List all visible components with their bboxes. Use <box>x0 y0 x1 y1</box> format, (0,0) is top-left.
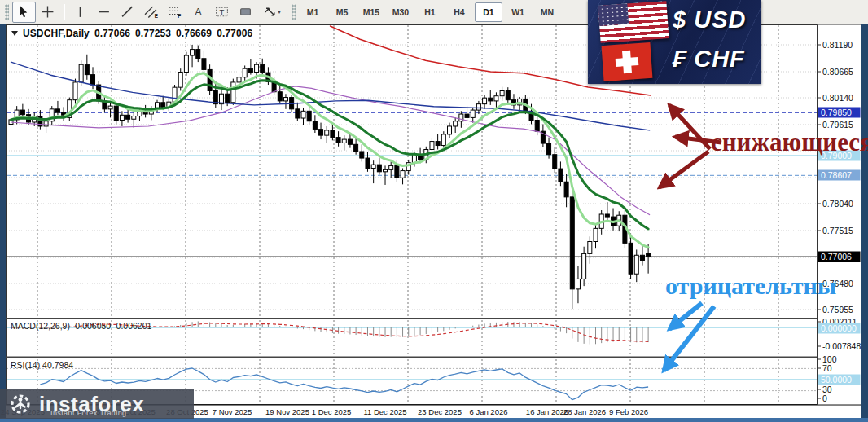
date-label: 19 Nov 2025 <box>265 407 309 416</box>
axis-label: -0.007848 <box>822 341 861 351</box>
text-label-tool-button[interactable]: T <box>210 2 234 23</box>
rsi-indicator-label: RSI(14) 40.7984 <box>11 360 73 370</box>
timeframe-m5-button[interactable]: M5 <box>328 2 356 22</box>
instaforex-gear-icon <box>7 391 34 417</box>
toolbar-grip2[interactable] <box>292 4 296 20</box>
fibonacci-tool-button[interactable]: F <box>163 2 186 23</box>
timeframe-w1-button[interactable]: W1 <box>504 2 532 22</box>
mt4-window: 0.811900.806650.801400.798500.796150.790… <box>0 0 868 422</box>
trend-icon <box>121 5 134 19</box>
rsi-name: RSI(14) <box>11 360 40 370</box>
chf-label: ₣ CHF <box>673 46 745 73</box>
svg-text:T: T <box>220 7 225 16</box>
arrows-icon <box>263 5 277 19</box>
cursor-icon <box>17 5 31 19</box>
date-label: 9 Feb 2026 <box>609 407 648 416</box>
vline-icon <box>73 5 87 19</box>
macd-indicator-label: MACD(12,26,9) -0.006050 -0.006201 <box>11 321 151 331</box>
us-flag-icon <box>598 1 669 43</box>
axis-label: 0.000000 <box>821 323 857 333</box>
macd-name: MACD(12,26,9) <box>11 321 70 331</box>
timeframe-group: M1M5M15M30H1H4D1W1MN <box>299 2 561 22</box>
vertical-line-tool-button[interactable] <box>68 2 92 23</box>
macd-value: -0.006050 <box>72 321 111 331</box>
timeframe-m1-button[interactable]: M1 <box>299 2 327 22</box>
usd-label: $ USD <box>673 7 746 33</box>
date-label: 1 Dec 2025 <box>312 407 352 416</box>
trendline-tool-button[interactable] <box>116 2 139 23</box>
svg-text:E: E <box>155 13 158 19</box>
axis-label: 50.0000 <box>821 375 852 385</box>
channel-icon: E <box>144 5 158 19</box>
dropdown-caret-icon[interactable]: ▾ <box>278 8 281 15</box>
swiss-flag-icon <box>602 42 653 81</box>
collapse-triangle-icon[interactable] <box>11 31 18 36</box>
price-axis[interactable]: 0.811900.806650.801400.798500.796150.790… <box>818 25 862 406</box>
axis-label: 0.81190 <box>822 40 853 50</box>
macd-signal-value: -0.006201 <box>113 321 151 331</box>
cursor-tool-button[interactable] <box>12 2 36 23</box>
fibo-icon: F <box>168 5 182 19</box>
axis-label: 0.80665 <box>822 67 853 77</box>
axis-label: 0.77006 <box>821 252 852 262</box>
toolbar-separator <box>64 4 64 20</box>
annotation-negative-text: отрицательтны <box>665 272 836 300</box>
annotation-declining-text: снижающиеся <box>711 128 868 157</box>
symbol-label: USDCHF,Daily <box>23 28 90 39</box>
rsi-value: 40.7984 <box>42 360 73 370</box>
axis-label: 0 <box>822 393 827 403</box>
date-label: 28 Jan 2026 <box>563 407 606 416</box>
text-tool-button[interactable]: A <box>186 2 210 23</box>
axis-label: 0.77515 <box>822 226 853 235</box>
usdchf-flag-overlay: $ USD ₣ CHF <box>588 0 761 84</box>
crosshair-tool-button[interactable] <box>36 2 59 23</box>
drawing-tools-group: EFAT▾ <box>12 2 287 23</box>
shapes-icon <box>239 5 252 19</box>
ohlc-low: 0.76669 <box>176 28 212 39</box>
timeframe-m30-button[interactable]: M30 <box>387 2 414 22</box>
instaforex-watermark: instaforex Instant Forex Trading <box>0 389 194 419</box>
date-label: 23 Dec 2025 <box>418 407 462 416</box>
date-label: 6 Jan 2026 <box>469 407 507 416</box>
textA-icon: A <box>191 5 205 19</box>
label-icon: T <box>215 5 229 19</box>
watermark-tagline: Instant Forex Trading <box>50 409 126 417</box>
axis-label: 0.78040 <box>822 199 853 209</box>
timeframe-h1-button[interactable]: H1 <box>416 2 444 22</box>
timeframe-d1-button[interactable]: D1 <box>475 2 502 22</box>
timeframe-m15-button[interactable]: M15 <box>357 2 385 22</box>
chart-title: USDCHF,Daily 0.77066 0.77253 0.76669 0.7… <box>11 28 252 39</box>
equidistant-channel-tool-button[interactable]: E <box>139 2 163 23</box>
toolbar-grip[interactable] <box>5 4 9 20</box>
ohlc-high: 0.77253 <box>135 28 171 39</box>
date-label: 11 Dec 2025 <box>363 407 406 416</box>
shapes-tool-button[interactable] <box>234 2 257 23</box>
hline-icon <box>97 5 111 19</box>
horizontal-line-tool-button[interactable] <box>92 2 116 23</box>
date-label: 16 Jan 2026 <box>526 407 568 416</box>
axis-label: 0.75955 <box>822 305 853 314</box>
axis-label: 70 <box>822 363 832 373</box>
ohlc-close: 0.77006 <box>217 28 252 39</box>
date-label: 7 Nov 2025 <box>213 407 252 416</box>
svg-text:A: A <box>195 6 202 18</box>
crosshair-icon <box>41 5 55 19</box>
axis-label: 0.79850 <box>821 108 852 117</box>
timeframe-mn-button[interactable]: MN <box>533 2 561 22</box>
axis-label: 0.78607 <box>821 170 852 180</box>
arrows-tool-button[interactable]: ▾ <box>257 2 287 23</box>
axis-label: 0.80140 <box>822 93 853 103</box>
ohlc-open: 0.77066 <box>94 28 130 39</box>
timeframe-h4-button[interactable]: H4 <box>445 2 473 22</box>
svg-text:F: F <box>178 13 181 19</box>
